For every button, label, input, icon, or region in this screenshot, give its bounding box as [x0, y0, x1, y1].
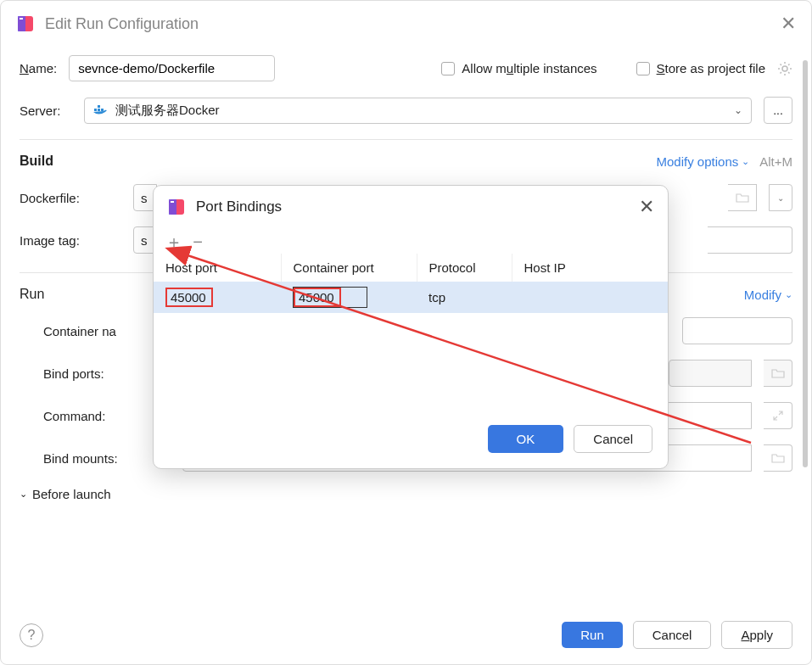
- shortcut-hint: Alt+M: [759, 154, 792, 169]
- chevron-down-icon: ⌄: [742, 156, 749, 167]
- dockerfile-browse-button[interactable]: [728, 184, 757, 211]
- modal-cancel-button[interactable]: Cancel: [574, 425, 652, 453]
- server-browse-button[interactable]: ...: [764, 97, 792, 124]
- port-bindings-dialog: Port Bindings ✕ ＋ − Host port Container …: [153, 185, 669, 469]
- chevron-right-icon: ⌄: [20, 489, 27, 500]
- intellij-icon: [167, 198, 186, 216]
- image-tag-extra[interactable]: [708, 226, 792, 254]
- scrollbar[interactable]: [803, 60, 808, 467]
- bind-ports-label: Bind ports:: [43, 366, 171, 381]
- container-name-input[interactable]: [682, 317, 792, 344]
- container-name-label: Container na: [43, 324, 171, 338]
- name-label: Name:: [20, 61, 57, 75]
- modal-title: Port Bindings: [196, 198, 282, 215]
- server-row: Server: 测试服务器Docker ⌄ ...: [20, 97, 792, 124]
- host-port-cell[interactable]: 45000: [154, 282, 281, 313]
- bottom-bar: ? Run Cancel Apply: [1, 606, 811, 664]
- table-header-row: Host port Container port Protocol Host I…: [154, 254, 668, 282]
- remove-button[interactable]: −: [189, 233, 206, 250]
- divider: [20, 139, 792, 140]
- docker-icon: [93, 104, 109, 116]
- checkbox-icon[interactable]: [636, 62, 650, 75]
- name-row: Name: Allow multiple instances Store as …: [20, 55, 792, 81]
- store-project-checkbox[interactable]: Store as project file: [636, 61, 765, 75]
- help-button[interactable]: ?: [20, 623, 43, 647]
- svg-point-3: [782, 66, 787, 71]
- close-icon[interactable]: ✕: [639, 196, 654, 218]
- host-port-header: Host port: [154, 254, 281, 282]
- command-label: Command:: [43, 409, 171, 423]
- folder-icon: [736, 193, 749, 203]
- svg-rect-4: [94, 109, 97, 111]
- store-label: Store as project file: [657, 61, 765, 75]
- dialog-title: Edit Run Configuration: [45, 15, 199, 33]
- chevron-down-icon: ⌄: [734, 104, 742, 116]
- table-row[interactable]: 45000 45000 tcp: [154, 282, 668, 313]
- bind-ports-browse-button[interactable]: [764, 360, 792, 387]
- before-launch-label: Before launch: [32, 487, 111, 501]
- host-ip-cell[interactable]: [512, 282, 668, 313]
- server-value: 测试服务器Docker: [115, 103, 220, 119]
- server-select[interactable]: 测试服务器Docker ⌄: [84, 98, 752, 124]
- svg-rect-5: [98, 109, 100, 111]
- scrollbar-thumb[interactable]: [803, 60, 808, 467]
- server-label: Server:: [20, 103, 72, 118]
- build-title: Build: [20, 154, 53, 169]
- apply-button[interactable]: Apply: [721, 621, 792, 649]
- expand-icon: [772, 410, 784, 422]
- run-button[interactable]: Run: [562, 622, 623, 648]
- cancel-button[interactable]: Cancel: [633, 621, 712, 649]
- modal-title-bar: Port Bindings ✕: [154, 186, 668, 228]
- container-port-cell[interactable]: 45000: [281, 282, 417, 313]
- modal-buttons: OK Cancel: [154, 406, 668, 468]
- bind-ports-input[interactable]: [669, 360, 752, 387]
- image-tag-label: Image tag:: [20, 233, 121, 248]
- name-input[interactable]: [69, 55, 275, 81]
- modal-toolbar: ＋ −: [154, 228, 668, 254]
- checkbox-icon[interactable]: [441, 62, 455, 75]
- svg-rect-10: [171, 201, 174, 203]
- container-port-header: Container port: [281, 254, 417, 282]
- dockerfile-history-button[interactable]: ⌄: [769, 184, 792, 211]
- dockerfile-label: Dockerfile:: [20, 191, 121, 205]
- run-title: Run: [20, 287, 44, 302]
- protocol-cell[interactable]: tcp: [417, 282, 512, 313]
- folder-icon: [771, 453, 785, 463]
- protocol-header: Protocol: [417, 254, 512, 282]
- gear-icon[interactable]: [777, 61, 792, 76]
- svg-rect-7: [98, 105, 100, 108]
- svg-rect-6: [101, 109, 104, 111]
- host-ip-header: Host IP: [512, 254, 668, 282]
- close-icon[interactable]: ✕: [781, 13, 796, 35]
- add-button[interactable]: ＋: [165, 233, 182, 250]
- command-expand-button[interactable]: [764, 402, 792, 429]
- build-header: Build Modify options ⌄ Alt+M: [20, 154, 792, 169]
- folder-icon: [771, 368, 785, 378]
- run-modify-link[interactable]: Modify ⌄: [744, 288, 792, 302]
- chevron-down-icon: ⌄: [777, 193, 784, 203]
- modify-options-link[interactable]: Modify options ⌄: [657, 154, 750, 169]
- svg-rect-2: [20, 18, 23, 20]
- allow-multiple-label: Allow multiple instances: [462, 61, 596, 75]
- ok-button[interactable]: OK: [488, 425, 564, 453]
- bind-mounts-label: Bind mounts:: [43, 451, 171, 466]
- bind-mounts-browse-button[interactable]: [764, 444, 792, 472]
- title-bar: Edit Run Configuration ✕: [1, 1, 811, 47]
- chevron-down-icon: ⌄: [785, 289, 792, 300]
- before-launch-section[interactable]: ⌄ Before launch: [20, 487, 792, 501]
- allow-multiple-checkbox[interactable]: Allow multiple instances: [441, 61, 596, 75]
- port-bindings-table: Host port Container port Protocol Host I…: [154, 254, 668, 313]
- intellij-icon: [16, 14, 35, 33]
